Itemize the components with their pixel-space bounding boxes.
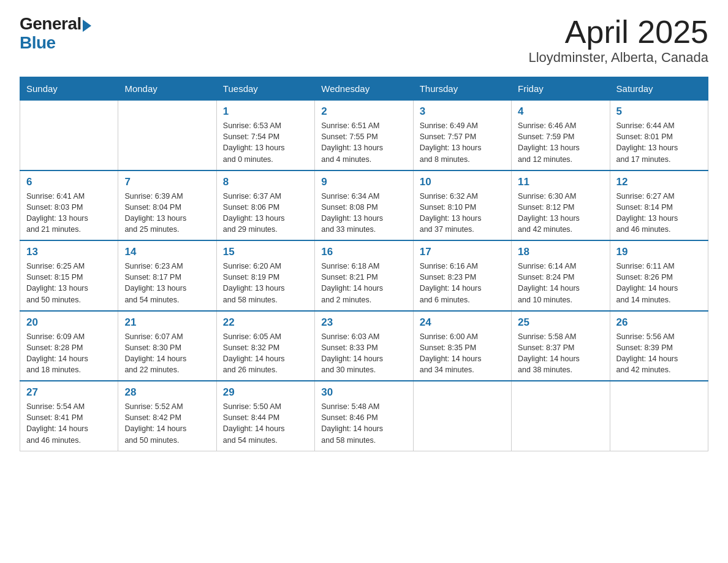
day-info: Sunrise: 6:30 AM Sunset: 8:12 PM Dayligh… [518,191,603,236]
day-cell: 15Sunrise: 6:20 AM Sunset: 8:19 PM Dayli… [216,240,314,311]
day-cell: 29Sunrise: 5:50 AM Sunset: 8:44 PM Dayli… [216,381,314,451]
day-number: 10 [420,176,505,188]
day-cell: 11Sunrise: 6:30 AM Sunset: 8:12 PM Dayli… [512,170,610,241]
day-cell: 2Sunrise: 6:51 AM Sunset: 7:55 PM Daylig… [315,101,413,170]
day-number: 1 [223,105,308,118]
calendar-title: April 2025 [528,15,708,50]
day-cell: 13Sunrise: 6:25 AM Sunset: 8:15 PM Dayli… [20,240,118,311]
header-saturday: Saturday [610,77,708,101]
day-cell: 30Sunrise: 5:48 AM Sunset: 8:46 PM Dayli… [315,381,413,451]
day-cell: 4Sunrise: 6:46 AM Sunset: 7:59 PM Daylig… [512,101,610,170]
week-row-1: 1Sunrise: 6:53 AM Sunset: 7:54 PM Daylig… [20,101,708,170]
header-wednesday: Wednesday [315,77,413,101]
title-block: April 2025 Lloydminster, Alberta, Canada [528,15,708,66]
week-row-2: 6Sunrise: 6:41 AM Sunset: 8:03 PM Daylig… [20,170,708,241]
day-cell: 14Sunrise: 6:23 AM Sunset: 8:17 PM Dayli… [118,240,216,311]
day-number: 26 [616,316,702,329]
day-cell: 8Sunrise: 6:37 AM Sunset: 8:06 PM Daylig… [216,170,314,241]
header-thursday: Thursday [413,77,511,101]
day-cell [118,101,216,170]
day-number: 20 [26,316,112,329]
day-info: Sunrise: 5:48 AM Sunset: 8:46 PM Dayligh… [321,401,406,446]
day-cell: 16Sunrise: 6:18 AM Sunset: 8:21 PM Dayli… [315,240,413,311]
day-cell: 7Sunrise: 6:39 AM Sunset: 8:04 PM Daylig… [118,170,216,241]
day-cell: 5Sunrise: 6:44 AM Sunset: 8:01 PM Daylig… [610,101,708,170]
day-info: Sunrise: 6:14 AM Sunset: 8:24 PM Dayligh… [518,261,603,305]
day-info: Sunrise: 6:03 AM Sunset: 8:33 PM Dayligh… [321,331,406,376]
day-cell [20,101,118,170]
day-cell [413,381,511,451]
day-number: 7 [124,176,210,188]
day-number: 14 [124,246,210,258]
day-info: Sunrise: 6:41 AM Sunset: 8:03 PM Dayligh… [26,191,112,236]
day-info: Sunrise: 6:16 AM Sunset: 8:23 PM Dayligh… [420,261,505,305]
day-number: 8 [223,176,308,188]
day-cell: 3Sunrise: 6:49 AM Sunset: 7:57 PM Daylig… [413,101,511,170]
day-number: 25 [518,316,603,329]
logo-arrow-icon [83,20,91,32]
day-cell: 22Sunrise: 6:05 AM Sunset: 8:32 PM Dayli… [216,311,314,381]
day-cell: 19Sunrise: 6:11 AM Sunset: 8:26 PM Dayli… [610,240,708,311]
header-tuesday: Tuesday [216,77,314,101]
day-number: 23 [321,316,406,329]
day-cell: 28Sunrise: 5:52 AM Sunset: 8:42 PM Dayli… [118,381,216,451]
day-info: Sunrise: 6:51 AM Sunset: 7:55 PM Dayligh… [321,120,406,165]
day-number: 12 [616,176,702,188]
day-cell: 12Sunrise: 6:27 AM Sunset: 8:14 PM Dayli… [610,170,708,241]
day-number: 29 [223,386,308,399]
day-info: Sunrise: 5:52 AM Sunset: 8:42 PM Dayligh… [124,401,210,446]
day-cell [512,381,610,451]
day-info: Sunrise: 6:46 AM Sunset: 7:59 PM Dayligh… [518,120,603,165]
day-cell: 21Sunrise: 6:07 AM Sunset: 8:30 PM Dayli… [118,311,216,381]
header-monday: Monday [118,77,216,101]
day-info: Sunrise: 6:39 AM Sunset: 8:04 PM Dayligh… [124,191,210,236]
day-cell: 10Sunrise: 6:32 AM Sunset: 8:10 PM Dayli… [413,170,511,241]
day-info: Sunrise: 5:50 AM Sunset: 8:44 PM Dayligh… [223,401,308,446]
day-info: Sunrise: 6:11 AM Sunset: 8:26 PM Dayligh… [616,261,702,305]
day-number: 30 [321,386,406,399]
day-number: 9 [321,176,406,188]
day-number: 18 [518,246,603,258]
day-number: 4 [518,105,603,118]
day-number: 5 [616,105,702,118]
day-info: Sunrise: 6:49 AM Sunset: 7:57 PM Dayligh… [420,120,505,165]
logo-blue-text: Blue [20,34,91,53]
calendar-table: SundayMondayTuesdayWednesdayThursdayFrid… [20,77,708,451]
day-info: Sunrise: 5:56 AM Sunset: 8:39 PM Dayligh… [616,331,702,376]
day-number: 17 [420,246,505,258]
day-cell: 17Sunrise: 6:16 AM Sunset: 8:23 PM Dayli… [413,240,511,311]
day-info: Sunrise: 6:27 AM Sunset: 8:14 PM Dayligh… [616,191,702,236]
day-info: Sunrise: 6:37 AM Sunset: 8:06 PM Dayligh… [223,191,308,236]
day-cell: 24Sunrise: 6:00 AM Sunset: 8:35 PM Dayli… [413,311,511,381]
header-friday: Friday [512,77,610,101]
day-info: Sunrise: 6:05 AM Sunset: 8:32 PM Dayligh… [223,331,308,376]
logo-general-text: General [20,15,82,34]
day-info: Sunrise: 6:09 AM Sunset: 8:28 PM Dayligh… [26,331,112,376]
day-info: Sunrise: 6:25 AM Sunset: 8:15 PM Dayligh… [26,261,112,305]
day-number: 27 [26,386,112,399]
week-row-4: 20Sunrise: 6:09 AM Sunset: 8:28 PM Dayli… [20,311,708,381]
page-header: General Blue April 2025 Lloydminster, Al… [20,15,708,66]
day-info: Sunrise: 5:58 AM Sunset: 8:37 PM Dayligh… [518,331,603,376]
day-cell [610,381,708,451]
day-number: 3 [420,105,505,118]
day-cell: 23Sunrise: 6:03 AM Sunset: 8:33 PM Dayli… [315,311,413,381]
day-cell: 26Sunrise: 5:56 AM Sunset: 8:39 PM Dayli… [610,311,708,381]
logo: General Blue [20,15,91,53]
day-cell: 9Sunrise: 6:34 AM Sunset: 8:08 PM Daylig… [315,170,413,241]
day-number: 6 [26,176,112,188]
calendar-header-row: SundayMondayTuesdayWednesdayThursdayFrid… [20,77,708,101]
day-info: Sunrise: 6:34 AM Sunset: 8:08 PM Dayligh… [321,191,406,236]
day-number: 22 [223,316,308,329]
day-number: 11 [518,176,603,188]
day-info: Sunrise: 6:07 AM Sunset: 8:30 PM Dayligh… [124,331,210,376]
day-info: Sunrise: 6:32 AM Sunset: 8:10 PM Dayligh… [420,191,505,236]
day-number: 28 [124,386,210,399]
day-info: Sunrise: 6:18 AM Sunset: 8:21 PM Dayligh… [321,261,406,305]
day-cell: 1Sunrise: 6:53 AM Sunset: 7:54 PM Daylig… [216,101,314,170]
day-number: 19 [616,246,702,258]
day-number: 16 [321,246,406,258]
week-row-5: 27Sunrise: 5:54 AM Sunset: 8:41 PM Dayli… [20,381,708,451]
day-info: Sunrise: 6:00 AM Sunset: 8:35 PM Dayligh… [420,331,505,376]
day-number: 24 [420,316,505,329]
